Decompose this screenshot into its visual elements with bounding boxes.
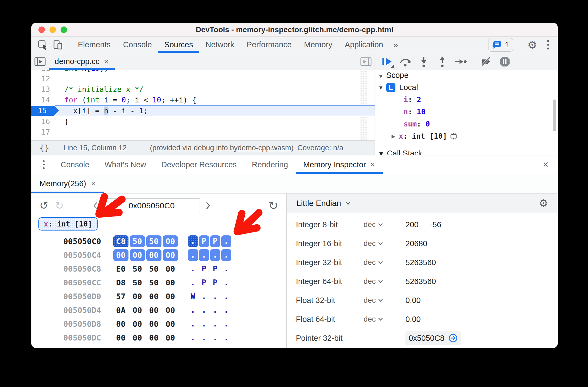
ascii-cell[interactable]: W — [188, 291, 198, 302]
hex-byte-cell[interactable]: E0 — [113, 263, 128, 275]
line-number[interactable]: 15 — [31, 105, 55, 116]
zoom-window-button[interactable] — [61, 26, 67, 33]
ascii-cell[interactable]: . — [199, 318, 209, 330]
drawer-tab-console[interactable]: Console — [53, 155, 97, 174]
hex-byte-cell[interactable]: 50 — [146, 263, 161, 275]
inspected-object-chip[interactable]: x: int [10] — [38, 217, 98, 231]
undo-navigation-button[interactable]: ↺ — [39, 201, 48, 211]
file-tab-demo-cpp[interactable]: demo-cpp.cc × — [49, 53, 115, 70]
tab-elements[interactable]: Elements — [72, 37, 117, 53]
ascii-cell[interactable]: . — [221, 304, 231, 316]
hex-byte-cell[interactable]: 00 — [163, 235, 178, 247]
tab-sources[interactable]: Sources — [158, 37, 199, 53]
previous-page-button[interactable] — [93, 202, 98, 210]
issues-counter-button[interactable]: 1 — [488, 38, 513, 52]
open-memory-inspector-icon[interactable] — [449, 132, 458, 140]
ascii-cell[interactable]: . — [210, 291, 220, 302]
ascii-cell[interactable]: . — [221, 318, 231, 330]
ascii-cell[interactable]: . — [188, 304, 198, 316]
ascii-cell[interactable]: P — [199, 263, 209, 275]
ascii-cell[interactable]: . — [188, 263, 198, 275]
hex-byte-cell[interactable]: 57 — [113, 291, 128, 302]
ascii-cell[interactable]: . — [221, 277, 231, 289]
hex-byte-cell[interactable]: 50 — [130, 263, 145, 275]
ascii-cell[interactable]: P — [199, 235, 209, 247]
hex-byte-cell[interactable]: 00 — [113, 318, 128, 330]
step-button[interactable] — [452, 54, 469, 69]
hex-byte-cell[interactable]: 00 — [146, 304, 161, 316]
hex-byte-cell[interactable]: 00 — [113, 332, 128, 344]
step-into-button[interactable] — [415, 54, 432, 69]
hex-byte-cell[interactable]: 00 — [146, 318, 161, 330]
call-stack-section-header[interactable]: ▾ Call Stack — [375, 148, 558, 155]
tab-performance[interactable]: Performance — [240, 37, 298, 53]
format-select[interactable]: dec — [364, 258, 405, 267]
line-number[interactable]: 12 — [31, 74, 55, 84]
format-select[interactable]: dec — [364, 239, 405, 248]
hex-byte-cell[interactable]: 00 — [146, 249, 161, 261]
hex-byte-cell[interactable]: 50 — [146, 277, 161, 289]
ascii-cell[interactable]: P — [199, 277, 209, 289]
jump-to-address-button[interactable] — [448, 333, 458, 343]
hex-byte-cell[interactable]: 00 — [130, 249, 145, 261]
scope-section-header[interactable]: ▾ Scope — [375, 70, 558, 80]
value-settings-gear-icon[interactable]: ⚙ — [539, 197, 548, 209]
ascii-cell[interactable]: . — [188, 249, 198, 261]
hex-byte-cell[interactable]: 00 — [113, 249, 128, 261]
drawer-menu-button[interactable] — [39, 155, 49, 174]
format-select[interactable]: dec — [364, 277, 405, 286]
hex-byte-cell[interactable]: 00 — [163, 249, 178, 261]
ascii-cell[interactable]: . — [210, 332, 220, 344]
ascii-cell[interactable]: . — [188, 332, 198, 344]
next-page-button[interactable] — [205, 202, 211, 210]
collapse-arrow-icon[interactable]: ▾ — [379, 73, 382, 80]
format-select[interactable]: dec — [364, 296, 405, 305]
scope-variable-sum[interactable]: sum: 0 — [375, 118, 558, 130]
hex-byte-cell[interactable]: 50 — [146, 235, 161, 247]
scope-local-group[interactable]: ▾ L Local — [375, 81, 558, 94]
wasm-file-link[interactable]: demo-cpp.wasm — [238, 144, 291, 152]
tab-network[interactable]: Network — [199, 37, 240, 53]
ascii-cell[interactable]: . — [199, 249, 209, 261]
minimize-window-button[interactable] — [49, 26, 56, 33]
address-input[interactable] — [104, 198, 200, 213]
close-tab-icon[interactable]: × — [370, 160, 375, 169]
line-number[interactable]: 17 — [31, 127, 55, 137]
expand-arrow-icon[interactable]: ▸ — [392, 132, 395, 140]
collapse-arrow-icon[interactable]: ▾ — [379, 84, 382, 91]
close-window-button[interactable] — [38, 26, 45, 33]
close-file-tab-icon[interactable]: × — [104, 58, 109, 66]
pretty-print-icon[interactable]: {} — [39, 143, 49, 153]
ascii-cell[interactable]: . — [221, 249, 231, 261]
line-number[interactable]: 11 — [31, 70, 55, 74]
drawer-tab-developer-resources[interactable]: Developer Resources — [154, 155, 244, 174]
endianness-select[interactable]: Little Endian — [296, 199, 341, 208]
scope-variable-x[interactable]: ▸x: int [10] — [375, 130, 558, 142]
drawer-tab-what-s-new[interactable]: What's New — [97, 155, 154, 174]
hex-byte-cell[interactable]: 0A — [113, 304, 128, 316]
hex-byte-cell[interactable]: 00 — [163, 318, 178, 330]
step-out-button[interactable] — [434, 54, 451, 69]
memory-buffer-tab[interactable]: Memory(256) × — [31, 174, 104, 193]
format-select[interactable]: dec — [364, 220, 405, 229]
close-drawer-button[interactable]: × — [541, 155, 550, 174]
scope-variable-n[interactable]: n: 10 — [375, 106, 558, 118]
drawer-tab-rendering[interactable]: Rendering — [244, 155, 296, 174]
ascii-cell[interactable]: . — [199, 291, 209, 302]
resume-script-button[interactable] — [379, 54, 395, 69]
ascii-cell[interactable]: . — [221, 332, 231, 344]
format-select[interactable]: dec — [364, 315, 405, 323]
ascii-cell[interactable]: . — [188, 235, 198, 247]
customize-devtools-menu-button[interactable] — [543, 40, 553, 49]
code-editor[interactable]: 11int x[10];1213/* initialize x */14for … — [31, 70, 375, 140]
ascii-cell[interactable]: . — [210, 318, 220, 330]
hex-byte-cell[interactable]: 00 — [130, 318, 145, 330]
hex-byte-cell[interactable]: C8 — [113, 235, 128, 247]
more-panels-button[interactable]: » — [389, 37, 402, 53]
hex-byte-cell[interactable]: 00 — [163, 291, 178, 302]
ascii-cell[interactable]: . — [221, 291, 231, 302]
step-over-button[interactable] — [397, 54, 414, 69]
ascii-cell[interactable]: . — [221, 235, 231, 247]
line-number[interactable]: 16 — [31, 116, 55, 127]
line-number[interactable]: 13 — [31, 84, 55, 95]
